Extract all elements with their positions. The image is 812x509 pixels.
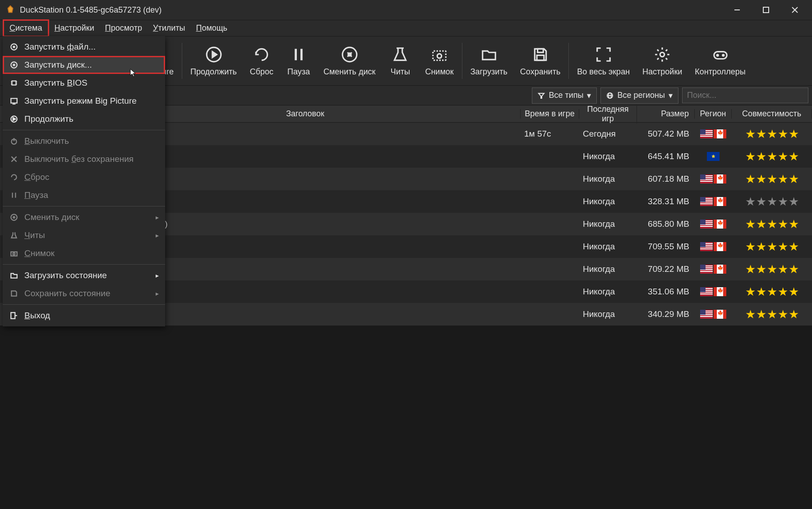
svg-rect-14 [537, 49, 543, 52]
pause-icon [290, 46, 308, 64]
star-icon: ★ [745, 240, 756, 254]
ctx-start-bios[interactable]: Запустить BIOS [3, 74, 165, 92]
svg-point-19 [722, 55, 724, 56]
tool-pause[interactable]: Пауза [280, 42, 317, 80]
svg-rect-50 [11, 98, 17, 103]
star-icon: ★ [767, 285, 777, 299]
save-icon [531, 46, 549, 64]
cell-region [695, 220, 732, 229]
maximize-button[interactable] [758, 2, 774, 18]
funnel-icon [538, 92, 545, 99]
svg-point-60 [11, 214, 17, 220]
flag-us [700, 129, 713, 138]
filter-type-dropdown[interactable]: Все типы ▾ [532, 87, 597, 104]
svg-point-41 [11, 44, 17, 50]
star-icon: ★ [756, 217, 766, 231]
star-icon: ★ [767, 262, 777, 276]
reset-icon [253, 46, 271, 64]
search-input[interactable] [682, 87, 808, 103]
tool-changedisc[interactable]: Сменить диск [317, 42, 382, 80]
folder-open-icon [480, 46, 498, 64]
star-icon: ★ [789, 307, 799, 321]
col-last[interactable]: Последняя игр [579, 105, 637, 124]
tool-reset[interactable]: Сброс [243, 42, 280, 80]
ctx-resume[interactable]: Продолжить [3, 110, 165, 128]
chevron-right-icon: ▸ [156, 232, 159, 239]
menu-settings[interactable]: Настройки [49, 21, 100, 36]
cell-size: 645.41 MB [637, 151, 695, 161]
titlebar: DuckStation 0.1-5485-gc6a57273 (dev) [0, 0, 812, 20]
ctx-exit[interactable]: Выход [3, 307, 165, 325]
col-region[interactable]: Регион [695, 109, 732, 119]
close-button[interactable] [787, 2, 803, 18]
gear-icon [653, 46, 671, 64]
menu-system[interactable]: Система [3, 19, 49, 37]
ctx-start-bigpicture[interactable]: Запустить режим Big Picture [3, 92, 165, 110]
cell-size: 351.06 MB [637, 287, 695, 297]
exit-icon [9, 311, 19, 321]
disc-swap-icon [9, 212, 19, 222]
svg-rect-64 [11, 312, 15, 319]
cell-region [695, 152, 732, 161]
flag-us [700, 310, 713, 319]
cell-size: 607.18 MB [637, 174, 695, 184]
ctx-poweroff: Выключить [3, 132, 165, 150]
flag-ca [714, 220, 726, 229]
star-icon: ★ [789, 285, 799, 299]
col-time[interactable]: Время в игре [521, 109, 579, 119]
ctx-start-disc[interactable]: Запустить диск... [3, 56, 165, 74]
svg-point-16 [660, 52, 664, 57]
svg-point-18 [717, 55, 718, 56]
tool-load[interactable]: Загрузить [464, 42, 514, 80]
star-icon: ★ [756, 307, 766, 321]
flag-us [700, 287, 713, 296]
tool-save[interactable]: Сохранить [514, 42, 567, 80]
col-size[interactable]: Размер [637, 109, 695, 119]
menu-utilities[interactable]: Утилиты [148, 21, 190, 36]
svg-rect-45 [12, 81, 16, 85]
tool-settings[interactable]: Настройки [636, 42, 688, 80]
star-icon: ★ [745, 262, 756, 276]
star-icon: ★ [756, 195, 766, 209]
cell-size: 340.29 MB [637, 309, 695, 319]
tool-fullscreen[interactable]: Во весь экран [571, 42, 636, 80]
svg-rect-1 [763, 7, 769, 13]
cell-region [695, 129, 732, 138]
tool-resume[interactable]: Продолжить [184, 42, 243, 80]
globe-icon [606, 92, 614, 99]
cell-size: 685.80 MB [637, 219, 695, 229]
ctx-load-state[interactable]: Загрузить состояние ▸ [3, 266, 165, 284]
tool-controllers[interactable]: Контроллеры [688, 42, 752, 80]
flag-ca [714, 197, 726, 206]
menu-view[interactable]: Просмотр [100, 21, 148, 36]
cell-last: Никогда [579, 287, 637, 297]
cell-region [695, 310, 732, 319]
tool-cheats[interactable]: Читы [382, 42, 419, 80]
tool-screenshot[interactable]: Снимок [419, 42, 460, 80]
col-compat[interactable]: Совместимость [732, 109, 812, 119]
disc-icon [9, 42, 19, 52]
star-icon: ★ [789, 262, 799, 276]
menu-help[interactable]: Помощь [190, 21, 233, 36]
ctx-start-file[interactable]: Запустить файл... [3, 38, 165, 56]
svg-rect-15 [537, 55, 544, 60]
flag-eu [707, 152, 720, 161]
minimize-button[interactable] [729, 2, 745, 18]
filter-region-dropdown[interactable]: Все регионы ▾ [600, 87, 678, 104]
cell-region [695, 242, 732, 251]
cell-last: Сегодня [579, 129, 637, 139]
window-title: DuckStation 0.1-5485-gc6a57273 (dev) [20, 5, 729, 15]
flag-us [700, 197, 713, 206]
star-icon: ★ [778, 150, 788, 164]
cell-size: 709.55 MB [637, 242, 695, 252]
cell-region [695, 287, 732, 296]
svg-point-44 [13, 64, 14, 65]
save-icon [9, 289, 19, 298]
cell-last: Никогда [579, 151, 637, 161]
flag-us [700, 174, 713, 183]
star-icon: ★ [778, 240, 788, 254]
flag-us [700, 265, 713, 274]
cell-last: Никогда [579, 264, 637, 274]
chevron-down-icon: ▾ [587, 91, 591, 101]
star-icon: ★ [756, 240, 766, 254]
